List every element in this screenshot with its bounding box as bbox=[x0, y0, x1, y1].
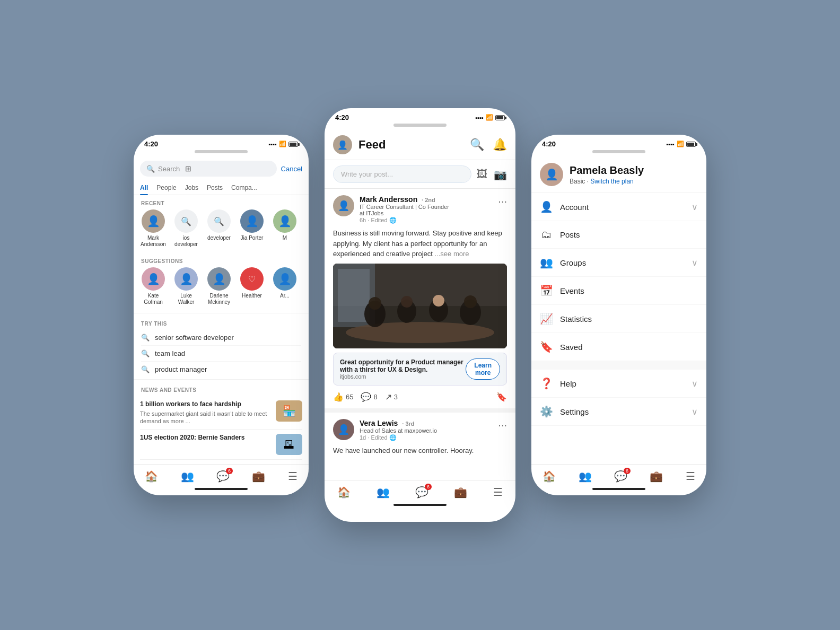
filter-tabs: All People Jobs Posts Compa... bbox=[134, 181, 309, 195]
menu-item-saved[interactable]: 🔖 Saved bbox=[531, 333, 706, 361]
suggestion-kate[interactable]: 👤 KateGofman bbox=[140, 267, 167, 305]
post-1-meta: Mark Andersson · 2nd IT Career Consultan… bbox=[360, 195, 493, 224]
recent-item-jia[interactable]: 👤 Jia Porter bbox=[239, 209, 265, 248]
try-this-item-2[interactable]: 🔍 team lead bbox=[141, 346, 301, 362]
menu-label-help: Help bbox=[560, 379, 692, 388]
share-button[interactable]: ↗ 3 bbox=[385, 392, 398, 402]
cancel-button[interactable]: Cancel bbox=[281, 165, 302, 173]
nav-menu-right[interactable]: ☰ bbox=[681, 469, 699, 484]
menu-item-account[interactable]: 👤 Account ∨ bbox=[531, 193, 706, 221]
search-feed-icon[interactable]: 🔍 bbox=[470, 138, 484, 152]
battery-icon-right bbox=[686, 142, 696, 147]
post-2-avatar[interactable]: 👤 bbox=[333, 419, 354, 440]
avatar-m: 👤 bbox=[273, 209, 296, 233]
nav-home-center[interactable]: 🏠 bbox=[333, 485, 355, 500]
tab-companies[interactable]: Compa... bbox=[231, 181, 257, 195]
suggestion-ar[interactable]: 👤 Ar... bbox=[272, 267, 298, 305]
nav-jobs-right[interactable]: 💼 bbox=[645, 469, 667, 484]
menu-item-help[interactable]: ❓ Help ∨ bbox=[531, 370, 706, 398]
try-this-item-1[interactable]: 🔍 senior software developer bbox=[141, 330, 301, 346]
recent-item-developer[interactable]: 🔍 developer bbox=[206, 209, 232, 248]
search-icon-1: 🔍 bbox=[141, 334, 150, 342]
learn-more-button[interactable]: Learn more bbox=[466, 358, 500, 380]
recent-label-ios: iosdeveloper bbox=[174, 235, 198, 248]
post-1-role: IT Career Consultant | Co Founder at ITJ… bbox=[360, 204, 493, 216]
recent-label-mark: MarkAndersson bbox=[141, 235, 166, 248]
profile-avatar[interactable]: 👤 bbox=[540, 163, 563, 186]
nav-people-left[interactable]: 👥 bbox=[177, 469, 198, 484]
search-bar-row: 🔍 Search ⊞ Cancel bbox=[134, 156, 309, 181]
status-icons-left: ▪▪▪▪ 📶 bbox=[268, 141, 298, 147]
menu-label-statistics: Statistics bbox=[560, 314, 698, 323]
news-title-1: 1 billion workers to face hardship bbox=[140, 400, 270, 409]
post-1-avatar[interactable]: 👤 bbox=[333, 195, 354, 216]
recent-item-m[interactable]: 👤 M bbox=[272, 209, 298, 248]
news-item-1[interactable]: 1 billion workers to face hardship The s… bbox=[140, 396, 302, 430]
image-icon[interactable]: 🖼 bbox=[477, 168, 487, 181]
nav-jobs-center[interactable]: 💼 bbox=[450, 485, 471, 500]
compose-input[interactable]: Write your post... bbox=[333, 165, 471, 183]
search-input-wrap[interactable]: 🔍 Search ⊞ bbox=[140, 161, 277, 177]
people-icon-left: 👥 bbox=[181, 470, 194, 483]
menu-label-settings: Settings bbox=[560, 407, 692, 416]
like-icon: 👍 bbox=[333, 392, 344, 402]
nav-people-right[interactable]: 👥 bbox=[574, 469, 596, 484]
divider-1 bbox=[134, 313, 309, 313]
nav-home-right[interactable]: 🏠 bbox=[538, 469, 560, 484]
nav-messages-right[interactable]: 💬 6 bbox=[610, 469, 632, 484]
recent-label-m: M bbox=[283, 235, 287, 241]
feed-user-avatar[interactable]: 👤 bbox=[333, 135, 352, 154]
compose-placeholder: Write your post... bbox=[341, 170, 393, 178]
status-bar-right: 4:20 ▪▪▪▪ 📶 bbox=[531, 135, 706, 150]
bottom-nav-center: 🏠 👥 💬 6 💼 ☰ bbox=[325, 480, 515, 502]
menu-item-posts[interactable]: 🗂 Posts bbox=[531, 221, 706, 249]
news-desc-1: The supermarket giant said it wasn't abl… bbox=[140, 410, 270, 425]
messages-badge-center: 6 bbox=[425, 484, 432, 490]
nav-menu-left[interactable]: ☰ bbox=[284, 469, 302, 484]
menu-item-statistics[interactable]: 📈 Statistics bbox=[531, 305, 706, 333]
menu-item-groups[interactable]: 👥 Groups ∨ bbox=[531, 249, 706, 277]
nav-messages-center[interactable]: 💬 6 bbox=[411, 485, 433, 500]
suggestion-luke[interactable]: 👤 LukeWalker bbox=[173, 267, 199, 305]
news-text-2: 1US election 2020: Bernie Sanders bbox=[140, 434, 270, 455]
like-button[interactable]: 👍 65 bbox=[333, 392, 353, 402]
menu-item-events[interactable]: 📅 Events bbox=[531, 277, 706, 305]
search-icon: 🔍 bbox=[146, 165, 155, 173]
bottom-nav-right: 🏠 👥 💬 6 💼 ☰ bbox=[531, 464, 706, 486]
chevron-help: ∨ bbox=[692, 379, 698, 389]
messages-badge-left: 6 bbox=[226, 468, 233, 474]
tab-jobs[interactable]: Jobs bbox=[185, 181, 198, 195]
tab-posts[interactable]: Posts bbox=[207, 181, 223, 195]
suggestion-healther[interactable]: ♡ Healther bbox=[239, 267, 265, 305]
nav-messages-left[interactable]: 💬 6 bbox=[212, 469, 234, 484]
suggestions-row: 👤 KateGofman 👤 LukeWalker 👤 DarleneMckin… bbox=[134, 267, 309, 311]
see-more-1[interactable]: ...see more bbox=[435, 250, 469, 258]
camera-icon[interactable]: 📷 bbox=[494, 168, 507, 181]
save-button[interactable]: 🔖 bbox=[496, 392, 507, 402]
comment-button[interactable]: 💬 8 bbox=[361, 392, 377, 402]
menu-item-settings[interactable]: ⚙️ Settings ∨ bbox=[531, 398, 706, 426]
nav-jobs-left[interactable]: 💼 bbox=[248, 469, 269, 484]
recent-row: 👤 MarkAndersson 🔍 iosdeveloper 🔍 develop… bbox=[134, 209, 309, 253]
switch-plan-link[interactable]: Switch the plan bbox=[590, 178, 633, 185]
post-2-header: 👤 Vera Lewis · 3rd Head of Sales at maxp… bbox=[333, 419, 507, 441]
news-item-2[interactable]: 1US election 2020: Bernie Sanders 🗳 bbox=[140, 430, 302, 460]
try-this-list: 🔍 senior software developer 🔍 team lead … bbox=[134, 330, 309, 377]
news-thumb-1: 🏪 bbox=[276, 400, 302, 422]
avatar-kate: 👤 bbox=[142, 267, 165, 291]
post-1-more-button[interactable]: ··· bbox=[498, 195, 507, 207]
post-2-more-button[interactable]: ··· bbox=[498, 419, 507, 431]
nav-people-center[interactable]: 👥 bbox=[372, 485, 394, 500]
try-this-item-3[interactable]: 🔍 product manager bbox=[141, 362, 301, 377]
feed-header: 👤 Feed 🔍 🔔 bbox=[325, 130, 515, 160]
recent-item-ios[interactable]: 🔍 iosdeveloper bbox=[173, 209, 199, 248]
left-phone: 4:20 ▪▪▪▪ 📶 🔍 Search ⊞ Cancel All People… bbox=[134, 135, 309, 495]
bell-icon[interactable]: 🔔 bbox=[493, 138, 507, 152]
recent-item-mark[interactable]: 👤 MarkAndersson bbox=[140, 209, 167, 248]
avatar-healther: ♡ bbox=[240, 267, 264, 291]
tab-all[interactable]: All bbox=[140, 181, 148, 195]
tab-people[interactable]: People bbox=[156, 181, 176, 195]
nav-home-left[interactable]: 🏠 bbox=[141, 469, 162, 484]
nav-menu-center[interactable]: ☰ bbox=[489, 485, 507, 500]
suggestion-darlene[interactable]: 👤 DarleneMckinney bbox=[206, 267, 232, 305]
